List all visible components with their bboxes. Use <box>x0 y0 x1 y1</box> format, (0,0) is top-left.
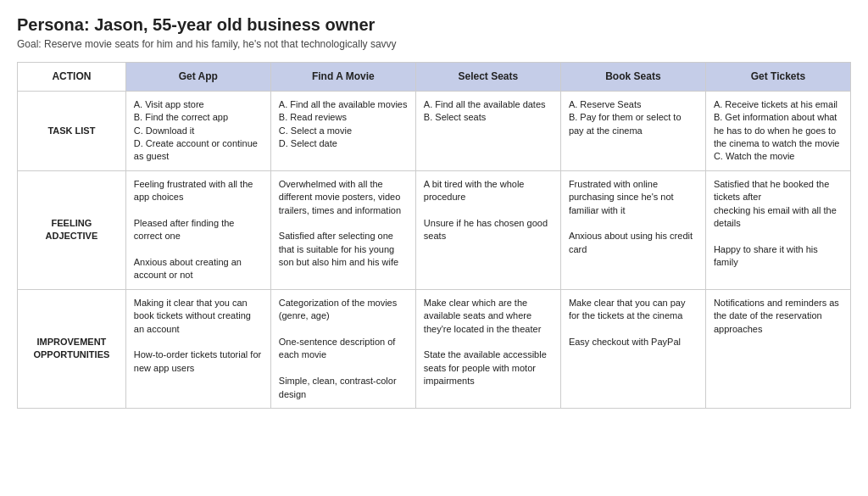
header-find-movie: Find A Movie <box>270 63 415 92</box>
table-header-row: ACTION Get App Find A Movie Select Seats… <box>18 63 851 92</box>
table-cell: A. Reserve SeatsB. Pay for them or selec… <box>560 91 705 170</box>
row-label: FEELING ADJECTIVE <box>18 170 126 289</box>
header-action: ACTION <box>18 63 126 92</box>
table-cell: Overwhelmed with all the different movie… <box>270 170 415 289</box>
table-cell: A. Find all the available moviesB. Read … <box>270 91 415 170</box>
table-row: FEELING ADJECTIVEFeeling frustrated with… <box>18 170 851 289</box>
row-label: TASK LIST <box>18 91 126 170</box>
header-book-seats: Book Seats <box>560 63 705 92</box>
page-title: Persona: Jason, 55-year old business own… <box>17 15 851 35</box>
table-row: IMPROVEMENT OPPORTUNITIESMaking it clear… <box>18 289 851 408</box>
page-subtitle: Goal: Reserve movie seats for him and hi… <box>17 38 851 50</box>
table-cell: Make clear which are the available seats… <box>415 289 560 408</box>
header-get-tickets: Get Tickets <box>705 63 850 92</box>
table-cell: Frustrated with online purchasing since … <box>560 170 705 289</box>
table-row: TASK LISTA. Visit app storeB. Find the c… <box>18 91 851 170</box>
header-get-app: Get App <box>125 63 270 92</box>
table-cell: Categorization of the movies (genre, age… <box>270 289 415 408</box>
table-cell: Make clear that you can pay for the tick… <box>560 289 705 408</box>
table-cell: A. Visit app storeB. Find the correct ap… <box>125 91 270 170</box>
row-label: IMPROVEMENT OPPORTUNITIES <box>18 289 126 408</box>
table-cell: A. Receive tickets at his emailB. Get in… <box>705 91 850 170</box>
table-cell: Feeling frustrated with all the app choi… <box>125 170 270 289</box>
table-cell: Satisfied that he booked the tickets aft… <box>705 170 850 289</box>
header-select-seats: Select Seats <box>415 63 560 92</box>
table-cell: Making it clear that you can book ticket… <box>125 289 270 408</box>
table-cell: A. Find all the available datesB. Select… <box>415 91 560 170</box>
table-cell: Notifications and reminders as the date … <box>705 289 850 408</box>
table-cell: A bit tired with the whole procedureUnsu… <box>415 170 560 289</box>
persona-table: ACTION Get App Find A Movie Select Seats… <box>17 62 851 409</box>
